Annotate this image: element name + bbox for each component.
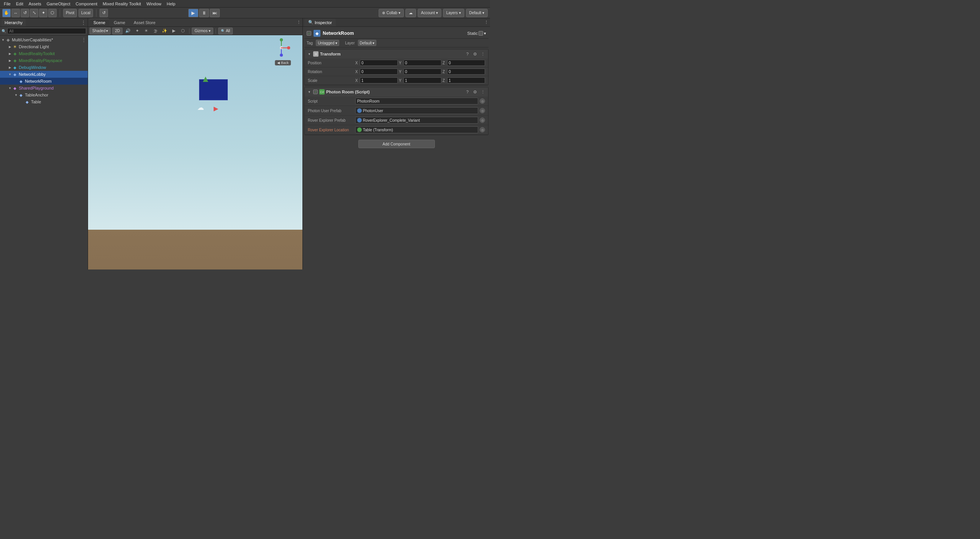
- refresh-btn[interactable]: ↺: [100, 9, 108, 17]
- photon-user-prefab-value[interactable]: PhotonUser: [355, 107, 478, 114]
- rover-prefab-text: RoverExplorer_Complete_Variant: [363, 118, 420, 122]
- rot-y-label: Y: [399, 70, 403, 74]
- photon-user-text: PhotonUser: [363, 109, 383, 113]
- directional-light-icon: ☀: [12, 44, 18, 49]
- rot-y-value[interactable]: 0: [403, 69, 441, 75]
- rot-z-value[interactable]: 0: [447, 69, 485, 75]
- transform-help-btn[interactable]: ?: [464, 51, 470, 57]
- layer-value[interactable]: Default ▾: [358, 40, 377, 46]
- local-btn[interactable]: Local: [78, 9, 93, 17]
- pos-z-value[interactable]: 0: [447, 60, 485, 66]
- menu-gameobject[interactable]: GameObject: [44, 1, 73, 7]
- menu-edit[interactable]: Edit: [14, 1, 26, 7]
- photon-room-header[interactable]: ▼ C# Photon Room (Script) ? ⚙ ⋮: [305, 87, 488, 96]
- static-checkbox[interactable]: [479, 31, 483, 36]
- photon-user-circle-btn[interactable]: ◎: [480, 108, 485, 113]
- account-label: Account ▾: [421, 11, 438, 15]
- transform-tool-btn[interactable]: ⬡: [48, 9, 57, 17]
- tree-item-networkroom[interactable]: ◆ NetworkRoom: [0, 78, 88, 85]
- menu-component[interactable]: Component: [73, 1, 100, 7]
- script-value[interactable]: PhotonRoom: [355, 98, 478, 105]
- tag-value[interactable]: Untagged ▾: [316, 40, 339, 46]
- search-overlay-btn[interactable]: 🔍 All: [218, 28, 233, 34]
- tree-item-directional-light[interactable]: ▶ ☀ Directional Light: [0, 43, 88, 50]
- gizmo-back-btn[interactable]: ◀ Back: [275, 60, 291, 65]
- root-label: MultiUserCapabilities*: [12, 38, 53, 42]
- collab-btn[interactable]: ⊕ Collab ▾: [379, 9, 403, 17]
- 2d-btn[interactable]: 2D: [112, 28, 122, 34]
- hand-tool-btn[interactable]: ✋: [2, 9, 11, 17]
- scale-z-value[interactable]: 1: [447, 77, 485, 83]
- pos-x-value[interactable]: 0: [360, 60, 398, 66]
- pivot-btn[interactable]: Pivot: [63, 9, 77, 17]
- transform-section-header[interactable]: ▼ ⊞ Transform ? ⚙ ⋮: [305, 49, 488, 59]
- rover-prefab-circle-btn[interactable]: ◎: [480, 118, 485, 123]
- tree-item-networklobby[interactable]: ▼ ◆ NetworkLobby: [0, 71, 88, 78]
- tree-item-root[interactable]: ▼ ◆ MultiUserCapabilities* ⋮: [0, 36, 88, 43]
- hierarchy-tab[interactable]: Hierarchy: [2, 19, 26, 26]
- add-component-btn[interactable]: Add Component: [358, 140, 435, 148]
- transform-settings-btn[interactable]: ⚙: [472, 51, 478, 57]
- rover-location-value[interactable]: Table (Transform): [355, 126, 478, 133]
- rover-location-circle-btn[interactable]: ◎: [480, 127, 485, 132]
- networklobby-icon: ◆: [12, 72, 18, 77]
- flares-btn[interactable]: ✨: [161, 28, 168, 34]
- rot-x-value[interactable]: 0: [360, 69, 398, 75]
- pos-y-value[interactable]: 0: [403, 60, 441, 66]
- toolbar-sep-1: [60, 9, 60, 17]
- pause-btn[interactable]: ⏸: [199, 9, 209, 17]
- shading-dropdown[interactable]: Shaded ▾: [90, 28, 111, 34]
- menu-assets[interactable]: Assets: [26, 1, 44, 7]
- scene-tab-options[interactable]: ⋮: [297, 20, 301, 25]
- scene-tab-assetstore[interactable]: Asset Store: [130, 19, 159, 26]
- menu-mrtk[interactable]: Mixed Reality Toolkit: [100, 1, 143, 7]
- inspector-tab[interactable]: 🔍 Inspector: [304, 19, 336, 26]
- tree-item-table[interactable]: ◆ Table: [0, 98, 88, 105]
- transform-more-btn[interactable]: ⋮: [480, 51, 486, 57]
- photon-room-enable[interactable]: [313, 90, 318, 94]
- account-btn[interactable]: Account ▾: [418, 9, 441, 17]
- play-btn[interactable]: ▶: [188, 9, 198, 17]
- menu-help[interactable]: Help: [165, 1, 178, 7]
- gizmos-dropdown[interactable]: Gizmos ▾: [192, 28, 213, 34]
- fx-btn[interactable]: ✦: [133, 28, 141, 34]
- pp-btn[interactable]: ⬡: [179, 28, 187, 34]
- fog-btn[interactable]: 🌫: [152, 28, 159, 34]
- tree-item-sharedplayground[interactable]: ▼ ◆ SharedPlayground: [0, 85, 88, 91]
- layout-btn[interactable]: Default ▾: [466, 9, 488, 17]
- toolbar: ✋ ↔ ↺ ⤡ ✦ ⬡ Pivot Local ↺ ▶ ⏸ ⏭ ⊕ Collab…: [0, 8, 490, 18]
- obj-enable-checkbox[interactable]: [307, 31, 311, 36]
- root-options[interactable]: ⋮: [82, 37, 88, 42]
- scene-3d-view[interactable]: ◀ Back ▲ ▶ ☁: [88, 35, 302, 270]
- tree-item-mrtk[interactable]: ▶ ◈ MixedRealityToolkit: [0, 50, 88, 57]
- tree-item-tableanchor[interactable]: ▼ ◆ TableAnchor: [0, 91, 88, 98]
- scale-tool-btn[interactable]: ⤡: [30, 9, 38, 17]
- tree-item-mrtk-playspace[interactable]: ▶ ◈ MixedRealityPlayspace: [0, 57, 88, 64]
- script-circle-btn[interactable]: ◎: [480, 98, 485, 104]
- sound-btn[interactable]: 🔊: [124, 28, 132, 34]
- skybox-btn[interactable]: ☀: [142, 28, 150, 34]
- scene-tab-game[interactable]: Game: [110, 19, 129, 26]
- inspector-options[interactable]: ⋮: [484, 20, 488, 25]
- scale-x-value[interactable]: 1: [360, 77, 398, 83]
- layers-btn[interactable]: Layers ▾: [443, 9, 464, 17]
- menu-window[interactable]: Window: [144, 1, 163, 7]
- photon-room-settings-btn[interactable]: ⚙: [472, 89, 478, 95]
- move-tool-btn[interactable]: ↔: [11, 9, 20, 17]
- rect-tool-btn[interactable]: ✦: [39, 9, 47, 17]
- scale-y-value[interactable]: 1: [403, 77, 441, 83]
- animated-btn[interactable]: ▶: [170, 28, 178, 34]
- shading-label: Shaded: [92, 29, 105, 33]
- hierarchy-search-input[interactable]: [7, 28, 86, 34]
- menu-file[interactable]: File: [2, 1, 13, 7]
- tree-item-debugwindow[interactable]: ▶ ◆ DebugWindow: [0, 64, 88, 71]
- photon-room-more-btn[interactable]: ⋮: [480, 89, 486, 95]
- cloud-btn[interactable]: ☁: [405, 9, 416, 17]
- networkroom-label: NetworkRoom: [25, 79, 52, 83]
- rover-prefab-value[interactable]: RoverExplorer_Complete_Variant: [355, 117, 478, 124]
- hierarchy-options[interactable]: ⋮: [81, 20, 86, 26]
- rotate-tool-btn[interactable]: ↺: [21, 9, 29, 17]
- step-btn[interactable]: ⏭: [210, 9, 220, 17]
- scene-tab-scene[interactable]: Scene: [90, 19, 109, 26]
- photon-room-help-btn[interactable]: ?: [464, 89, 470, 95]
